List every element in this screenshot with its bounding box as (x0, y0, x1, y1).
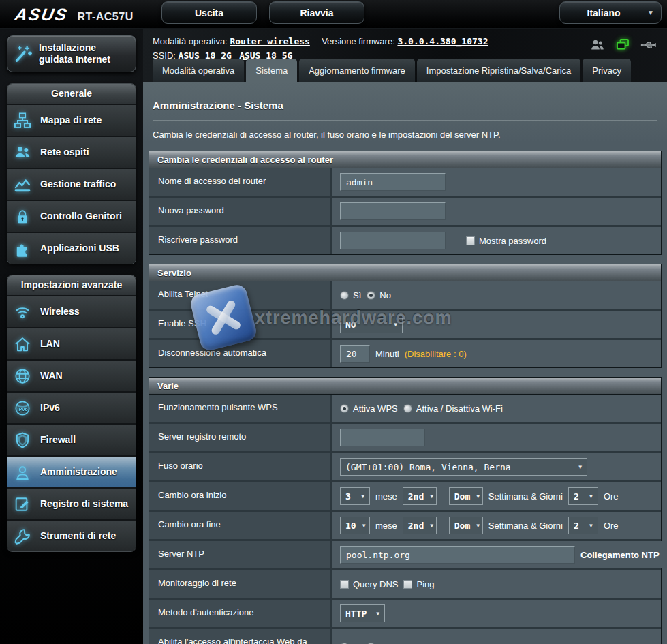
sidebar-item-ipv6[interactable]: IPv6 IPv6 (7, 391, 136, 423)
retype-password-input[interactable] (340, 232, 446, 249)
traffic-chart-icon (7, 175, 40, 194)
dst-start-month-value: 3 (345, 491, 351, 502)
sidebar-item-parental-control[interactable]: Controllo Genitori (7, 200, 136, 232)
usb-icon[interactable] (640, 37, 657, 53)
tab-privacy[interactable]: Privacy (583, 59, 631, 82)
firmware-version-link[interactable]: 3.0.0.4.380_10732 (397, 36, 488, 46)
sidebar-item-firewall[interactable]: Firewall (7, 423, 136, 455)
row-dst-start: Cambio ora inizio 3 mese 2nd Dom (149, 480, 661, 510)
hour-suffix: Ore (604, 521, 619, 531)
sidebar: Installazione guidata Internet Generale … (0, 29, 143, 644)
section-credentials: Cambia le credenziali di accesso al rout… (149, 151, 662, 255)
tab-restore-save-upload[interactable]: Impostazione Ripristina/Salva/Carica (417, 59, 580, 82)
section-service: Servizio Abilita Telnet Sì No Enable SSH (149, 264, 662, 368)
tab-operation-mode[interactable]: Modalità operativa (153, 59, 244, 82)
tab-label: Sistema (255, 65, 288, 76)
sidebar-item-label: Amministrazione (40, 466, 120, 477)
sidebar-item-lan[interactable]: LAN (7, 327, 136, 359)
globe-icon (7, 367, 40, 386)
row-label: Nome di accesso del router (149, 168, 330, 196)
ping-checkbox[interactable] (403, 580, 412, 589)
login-name-input[interactable] (340, 173, 446, 191)
tab-label: Modalità operativa (162, 65, 234, 76)
wrench-icon (7, 527, 40, 546)
dst-end-week-select[interactable]: 2nd (403, 517, 437, 534)
month-suffix: mese (375, 521, 397, 531)
brand: ASUS RT-AC57U (15, 5, 134, 25)
telnet-yes-radio[interactable] (340, 291, 349, 300)
ssh-select[interactable]: NO (340, 316, 403, 333)
language-dropdown-value: Italiano (560, 7, 647, 18)
sidebar-item-administration[interactable]: Amministrazione (7, 455, 136, 487)
timezone-select[interactable]: (GMT+01:00) Roma, Vienna, Berna (340, 458, 587, 476)
web-access-yes-label: Sì (353, 642, 361, 644)
section-service-header: Servizio (149, 264, 662, 281)
dst-end-day-select[interactable]: Dom (449, 517, 483, 534)
new-password-input[interactable] (340, 202, 446, 220)
person-badge-icon (7, 463, 40, 482)
shield-icon (7, 431, 40, 450)
row-web-access: Abilita l'accesso all'interfaccia Web da… (149, 627, 661, 644)
wps-toggle-wifi-label: Attiva / Disattiva Wi-Fi (416, 403, 503, 414)
remote-log-server-input[interactable] (340, 429, 425, 446)
show-password-checkbox[interactable] (466, 236, 475, 245)
row-label: Abilita l'accesso all'interfaccia Web da… (149, 629, 330, 644)
page-title: Amministrazione - Sistema (143, 82, 667, 111)
ntp-link[interactable]: Collegamento NTP (580, 550, 660, 560)
auto-logout-minutes-input[interactable] (340, 345, 370, 363)
clients-icon[interactable] (589, 37, 606, 53)
top-bar: ASUS RT-AC57U Uscita Riavvia Italiano ▼ (0, 0, 667, 29)
sidebar-item-label: Gestione traffico (40, 179, 119, 189)
row-new-password: Nuova password (149, 196, 661, 225)
network-monitor-icon[interactable] (615, 37, 631, 53)
sidebar-item-wan[interactable]: WAN (7, 359, 136, 391)
status-icons (589, 37, 657, 53)
house-icon (7, 335, 40, 354)
dst-end-hour-select[interactable]: 2 (568, 517, 598, 534)
asus-logo: ASUS (13, 5, 69, 25)
sidebar-item-system-log[interactable]: Registro di sistema (7, 487, 136, 519)
wifi-icon (7, 303, 40, 322)
chevron-down-icon: ▼ (647, 9, 654, 16)
ntp-server-input[interactable] (340, 546, 575, 564)
language-dropdown[interactable]: Italiano ▼ (559, 1, 662, 24)
dst-end-month-select[interactable]: 10 (340, 517, 370, 534)
dst-start-week-value: 2nd (408, 491, 424, 502)
reboot-button[interactable]: Riavvia (269, 1, 364, 24)
ipv6-globe-icon: IPv6 (7, 399, 40, 418)
row-remote-log: Server registro remoto (149, 422, 661, 451)
router-model: RT-AC57U (77, 11, 133, 23)
auth-method-select[interactable]: HTTP (340, 604, 385, 622)
dst-start-month-select[interactable]: 3 (340, 487, 370, 505)
row-label: Cambio ora inizio (149, 482, 330, 510)
op-mode-link[interactable]: Router wireless (230, 36, 309, 46)
logout-button[interactable]: Uscita (161, 1, 257, 24)
dst-start-day-select[interactable]: Dom (449, 487, 483, 505)
sidebar-item-wireless[interactable]: Wireless (7, 295, 136, 327)
sidebar-item-guest-network[interactable]: Rete ospiti (7, 136, 136, 168)
sidebar-item-network-tools[interactable]: Strumenti di rete (7, 519, 136, 551)
row-label: Server NTP (149, 541, 330, 568)
sidebar-item-label: Registro di sistema (40, 498, 131, 509)
dns-query-checkbox[interactable] (340, 580, 349, 589)
telnet-no-radio[interactable] (367, 291, 375, 300)
sidebar-item-network-map[interactable]: Mappa di rete (7, 104, 136, 136)
row-telnet: Abilita Telnet Sì No (149, 281, 661, 309)
tab-label: Aggiornamento firmware (309, 65, 405, 76)
dst-start-hour-select[interactable]: 2 (568, 487, 598, 505)
sidebar-item-label: Rete ospiti (40, 147, 92, 157)
wps-activate-radio[interactable] (340, 404, 349, 413)
web-access-no-label: No (379, 642, 391, 644)
sidebar-item-label: Firewall (40, 434, 78, 445)
row-label: Fuso orario (149, 453, 330, 480)
tab-firmware-upgrade[interactable]: Aggiornamento firmware (299, 59, 415, 82)
sidebar-item-traffic-manager[interactable]: Gestione traffico (7, 168, 136, 200)
sidebar-item-quick-internet-setup[interactable]: Installazione guidata Internet (7, 35, 136, 72)
section-misc-header: Varie (149, 377, 662, 394)
tab-system[interactable]: Sistema (246, 59, 297, 82)
dst-start-week-select[interactable]: 2nd (403, 487, 437, 505)
info-bar: Modalità operativa: Router wireless Vers… (143, 29, 667, 63)
wps-toggle-wifi-radio[interactable] (403, 404, 412, 413)
dst-end-hour-value: 2 (574, 521, 579, 531)
sidebar-item-usb-applications[interactable]: Applicazioni USB (7, 232, 136, 264)
